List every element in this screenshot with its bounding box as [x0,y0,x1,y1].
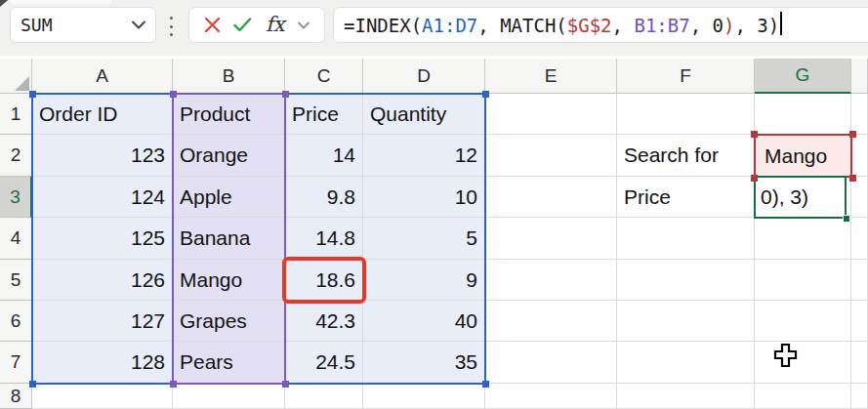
cell-A3[interactable]: 124 [32,177,173,218]
cell-A6[interactable]: 127 [32,301,173,342]
row-header-6[interactable]: 6 [0,301,32,342]
cell-D4[interactable]: 5 [363,218,485,260]
cell-E8[interactable] [485,384,617,409]
cell-C8[interactable] [285,384,363,409]
cell-F4[interactable] [617,218,755,260]
cell-B8[interactable] [173,384,285,409]
column-header-D[interactable]: D [363,59,485,94]
cell-B5[interactable]: Mango [173,260,285,301]
cell-B6[interactable]: Grapes [173,301,285,342]
row-header-3[interactable]: 3 [0,177,32,218]
cell-E3[interactable] [485,177,617,218]
cell-G2-search-value[interactable]: Mango [754,134,852,178]
cell-D3[interactable]: 10 [363,177,485,218]
cell-C4[interactable]: 14.8 [285,218,363,260]
cell-C2[interactable]: 14 [285,135,363,177]
cell-A1[interactable]: Order ID [32,94,173,135]
cell-F6[interactable] [617,301,755,342]
cell-F8[interactable] [617,384,755,409]
cell-C3[interactable]: 9.8 [285,177,363,218]
cell-D5[interactable]: 9 [363,260,485,301]
column-header-A[interactable]: A [32,59,173,94]
cell-H4[interactable] [851,218,868,260]
cell-E7[interactable] [485,342,617,384]
cell-G8[interactable] [755,384,851,409]
cell-B1[interactable]: Product [173,94,285,135]
cell-D1[interactable]: Quantity [363,94,485,135]
cell-B3[interactable]: Apple [173,177,285,218]
cell-G7[interactable] [755,342,851,384]
cell-B4[interactable]: Banana [173,218,285,260]
cell-A4[interactable]: 125 [32,218,173,260]
select-all-corner[interactable] [0,59,32,94]
cell-D6[interactable]: 40 [363,301,485,342]
cell-F5[interactable] [617,260,755,301]
cell-G5[interactable] [755,260,851,301]
cell-B2[interactable]: Orange [173,135,285,177]
cell-D2[interactable]: 12 [363,135,485,177]
cell-A5[interactable]: 126 [32,260,173,301]
excel-window: SUM fx =INDEX(A1:D7, MATCH($G$2, B1:B7, … [0,0,868,409]
cell-A7[interactable]: 128 [32,342,173,384]
cell-A8[interactable] [32,384,173,409]
column-header-H[interactable] [851,59,868,94]
row-header-5[interactable]: 5 [0,260,32,301]
cell-G1[interactable] [755,94,851,135]
cell-E2[interactable] [485,135,617,177]
cell-F1[interactable] [617,94,755,135]
cell-F7[interactable] [617,342,755,384]
row-header-7[interactable]: 7 [0,342,32,384]
cell-H6[interactable] [851,301,868,342]
cell-C7[interactable]: 24.5 [285,342,363,384]
fill-handle[interactable] [843,215,850,223]
cell-G4[interactable] [755,218,851,260]
cell-A2[interactable]: 123 [32,135,173,177]
column-header-E[interactable]: E [485,59,617,94]
column-header-F[interactable]: F [617,59,755,94]
cell-C5[interactable]: 18.6 [285,260,363,301]
row-header-8[interactable]: 8 [0,384,32,409]
cell-H5[interactable] [851,260,868,301]
search-value: Mango [765,144,827,168]
cell-C6[interactable]: 42.3 [285,301,363,342]
cell-H8[interactable] [851,384,868,409]
row-header-1[interactable]: 1 [0,94,32,135]
select-all-triangle-icon [15,76,29,91]
cell-F3[interactable]: Price [617,177,755,218]
cell-E6[interactable] [485,301,617,342]
cell-G6[interactable] [755,301,851,342]
row-header-4[interactable]: 4 [0,218,32,260]
cell-H7[interactable] [851,342,868,384]
cell-D8[interactable] [363,384,485,409]
cell-G3-editing[interactable]: 0), 3) [754,176,847,219]
cell-H2[interactable] [851,135,868,177]
cell-B7[interactable]: Pears [173,342,285,384]
row-header-2[interactable]: 2 [0,135,32,177]
edit-cell-text: 0), 3) [761,185,808,209]
cell-H3[interactable] [851,177,868,218]
cell-D7[interactable]: 35 [363,342,485,384]
column-header-B[interactable]: B [173,59,285,94]
column-header-C[interactable]: C [285,59,363,94]
column-header-G[interactable]: G [755,59,851,94]
cell-F2[interactable]: Search for [617,135,755,177]
cell-H1[interactable] [851,94,868,135]
cell-E4[interactable] [485,218,617,260]
cell-E1[interactable] [485,94,617,135]
cell-E5[interactable] [485,260,617,301]
cell-C1[interactable]: Price [285,94,363,135]
spreadsheet-grid: ABCDEFG1Order IDProductPriceQuantity2123… [0,0,868,409]
